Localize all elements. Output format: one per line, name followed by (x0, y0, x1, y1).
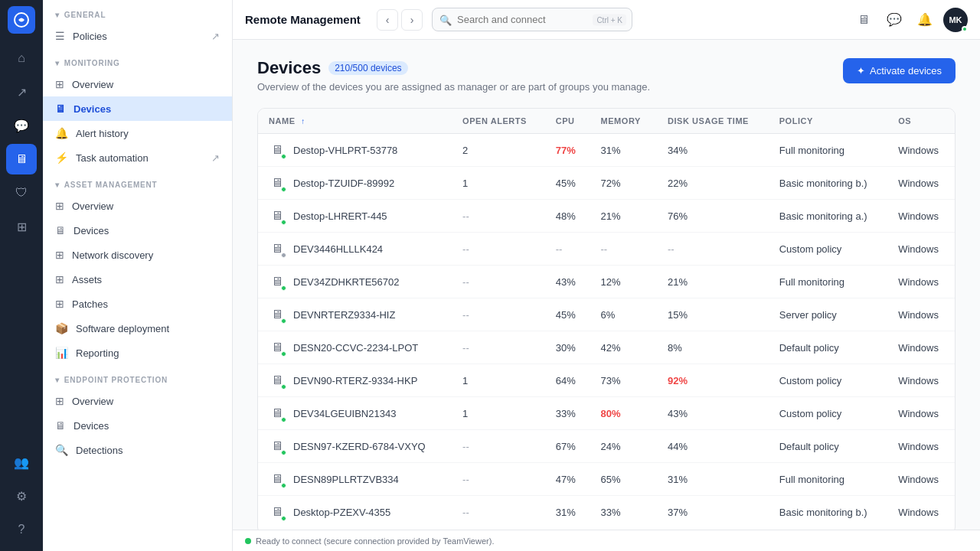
sidebar-item-policies[interactable]: ☰ Policies ↗ (43, 24, 232, 48)
table-row[interactable]: 🖥 Destop-LHRERT-445 -- 48% 21% 76% Basic… (258, 200, 955, 233)
col-memory[interactable]: MEMORY (590, 109, 657, 134)
table-row[interactable]: 🖥 DEV34ZDHKRTE56702 -- 43% 12% 21% Full … (258, 266, 955, 298)
table-row[interactable]: 🖥 Destop-VHLPRT-53778 2 77% 31% 34% Full… (258, 134, 955, 167)
asset-icon: ⊞ (55, 273, 64, 285)
cell-policy-8: Custom policy (769, 397, 887, 430)
cell-disk-10: 31% (657, 463, 769, 496)
cell-policy-2: Basic monitoring a.) (769, 200, 887, 233)
table-row[interactable]: 🖥 DEV3446HLLLK424 -- -- -- -- Custom pol… (258, 233, 955, 266)
cell-os-5: Windows (887, 298, 955, 331)
nav-puzzle[interactable]: ⊞ (6, 211, 37, 242)
table-row[interactable]: 🖥 DEVN90-RTERZ-9334-HKP 1 64% 73% 92% Cu… (258, 364, 955, 397)
cell-cpu-5: 45% (545, 298, 590, 331)
nav-shield[interactable]: 🛡 (6, 178, 37, 208)
col-cpu[interactable]: CPU (545, 109, 590, 134)
nav-devices[interactable]: 🖥 (6, 144, 37, 174)
table-row[interactable]: 🖥 DESN97-KZERD-6784-VXYQ -- 67% 24% 44% … (258, 430, 955, 463)
device-status-dot (281, 318, 286, 324)
avatar[interactable]: MK (943, 8, 968, 32)
col-open-alerts[interactable]: OPEN ALERTS (452, 109, 545, 134)
cell-policy-10: Full monitoring (769, 463, 887, 496)
nav-users[interactable]: 👥 (6, 447, 37, 478)
cell-name-11: 🖥 Desktop-PZEXV-4355 (258, 496, 452, 529)
app-title: Remote Management (245, 13, 368, 26)
bell-notification-icon[interactable]: 🔔 (913, 8, 937, 32)
cell-disk-1: 22% (657, 167, 769, 200)
col-disk[interactable]: DISK USAGE TIME (657, 109, 769, 134)
cell-name-10: 🖥 DESN89PLLRTZVB334 (258, 463, 452, 496)
search-bar: 🔍 Ctrl + K (432, 8, 632, 31)
device-status-dot (281, 187, 286, 192)
cell-alerts-10: -- (452, 463, 545, 496)
sidebar-item-monitoring-overview[interactable]: ⊞ Overview (43, 72, 232, 96)
device-status-dot (281, 483, 286, 488)
app-logo[interactable] (8, 6, 35, 34)
cell-memory-6: 42% (590, 331, 657, 364)
table-row[interactable]: 🖥 DEV34LGEUIBN21343 1 33% 80% 43% Custom… (258, 397, 955, 430)
nav-chat[interactable]: 💬 (6, 110, 37, 141)
cell-memory-5: 6% (590, 298, 657, 331)
col-policy[interactable]: POLICY (769, 109, 887, 134)
sidebar-item-endpoint-devices[interactable]: 🖥 Devices (43, 413, 232, 438)
sidebar-item-alert-history[interactable]: 🔔 Alert history (43, 121, 232, 145)
cell-os-10: Windows (887, 463, 955, 496)
table-row[interactable]: 🖥 DESN20-CCVC-2234-LPOT -- 30% 42% 8% De… (258, 331, 955, 364)
plus-icon: ✦ (857, 65, 865, 77)
cell-name-7: 🖥 DEVN90-RTERZ-9334-HKP (258, 364, 452, 397)
cell-alerts-1: 1 (452, 167, 545, 200)
sidebar-item-asset-devices[interactable]: 🖥 Devices (43, 218, 232, 243)
sidebar-section-monitoring: ▾ MONITORING (43, 48, 232, 72)
sidebar-item-devices[interactable]: 🖥 Devices (43, 96, 232, 121)
table-row[interactable]: 🖥 DEVNRTERZ9334-HIZ -- 45% 6% 15% Server… (258, 298, 955, 331)
sidebar-item-reporting[interactable]: 📊 Reporting (43, 341, 232, 365)
sidebar-item-software-deployment[interactable]: 📦 Software deployment (43, 316, 232, 341)
table-row[interactable]: 🖥 Destop-TZUIDF-89992 1 45% 72% 22% Basi… (258, 167, 955, 200)
chat-icon[interactable]: 💬 (882, 8, 906, 32)
cell-name-1: 🖥 Destop-TZUIDF-89992 (258, 167, 452, 200)
nav-back-button[interactable]: ‹ (377, 9, 398, 31)
cell-policy-7: Custom policy (769, 364, 887, 397)
cell-disk-9: 44% (657, 430, 769, 463)
sidebar-item-asset-overview[interactable]: ⊞ Overview (43, 194, 232, 218)
nav-home[interactable]: ⌂ (6, 43, 37, 73)
cell-policy-0: Full monitoring (769, 134, 887, 167)
sidebar-item-network-discovery[interactable]: ⊞ Network discovery (43, 243, 232, 267)
sidebar-item-task-automation[interactable]: ⚡ Task automation ↗ (43, 145, 232, 170)
nav-help[interactable]: ? (6, 514, 37, 545)
cell-name-4: 🖥 DEV34ZDHKRTE56702 (258, 266, 452, 298)
cell-disk-4: 21% (657, 266, 769, 298)
grid-icon: ⊞ (55, 78, 64, 90)
cell-name-2: 🖥 Destop-LHRERT-445 (258, 200, 452, 233)
table-row[interactable]: 🖥 Desktop-PZEXV-4355 -- 31% 33% 37% Basi… (258, 496, 955, 529)
sidebar-item-patches[interactable]: ⊞ Patches (43, 292, 232, 316)
link-icon: ↗ (211, 152, 220, 164)
cell-disk-7: 92% (657, 364, 769, 397)
content-subtitle: Overview of the devices you are assigned… (257, 81, 650, 93)
sidebar-item-endpoint-overview[interactable]: ⊞ Overview (43, 389, 232, 413)
col-os[interactable]: OS (887, 109, 955, 134)
monitor-icon: 🖥 (55, 103, 66, 115)
activate-devices-button[interactable]: ✦ Activate devices (843, 58, 956, 83)
nav-forward-button[interactable]: › (401, 9, 423, 31)
cell-name-8: 🖥 DEV34LGEUIBN21343 (258, 397, 452, 430)
sidebar-item-assets[interactable]: ⊞ Assets (43, 267, 232, 292)
sidebar-item-detections[interactable]: 🔍 Detections (43, 438, 232, 462)
cell-os-0: Windows (887, 134, 955, 167)
col-name[interactable]: NAME ↑ (258, 109, 452, 134)
cell-cpu-9: 67% (545, 430, 590, 463)
monitor-status-icon[interactable]: 🖥 (851, 8, 876, 32)
cell-os-4: Windows (887, 266, 955, 298)
device-status-dot (281, 384, 286, 390)
chevron-down-icon: ▾ (55, 59, 60, 67)
icon-bar: ⌂ ↗ 💬 🖥 🛡 ⊞ 👥 ⚙ ? (0, 0, 43, 551)
cell-os-9: Windows (887, 430, 955, 463)
table-row[interactable]: 🖥 DESN89PLLRTZVB334 -- 47% 65% 31% Full … (258, 463, 955, 496)
chevron-down-icon: ▾ (55, 11, 60, 19)
cell-cpu-11: 31% (545, 496, 590, 529)
nav-settings[interactable]: ⚙ (6, 481, 37, 511)
nav-activity[interactable]: ↗ (6, 77, 37, 107)
cell-cpu-1: 45% (545, 167, 590, 200)
cell-alerts-6: -- (452, 331, 545, 364)
cell-alerts-4: -- (452, 266, 545, 298)
cell-policy-5: Server policy (769, 298, 887, 331)
